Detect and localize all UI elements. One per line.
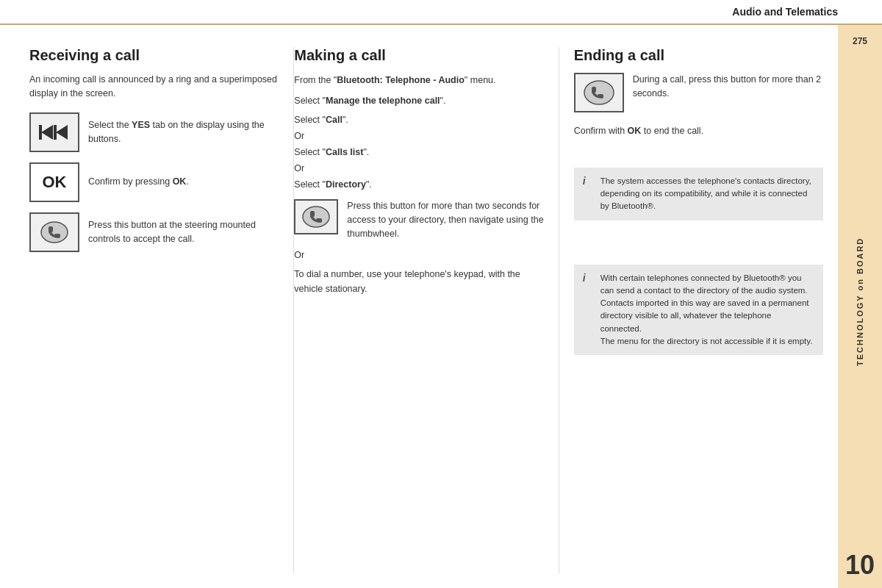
svg-rect-3 bbox=[54, 125, 57, 140]
receiving-step2-text: Confirm by pressing OK. bbox=[88, 175, 189, 189]
chapter-number: 10 bbox=[845, 550, 875, 581]
bluetooth-audio-bold: Bluetooth: Telephone - Audio bbox=[337, 75, 465, 85]
svg-point-4 bbox=[41, 222, 68, 243]
ok-end-bold: OK bbox=[628, 126, 642, 136]
making-line5: Select "Directory". bbox=[294, 177, 543, 192]
making-column: Making a call From the "Bluetooth: Telep… bbox=[294, 47, 559, 573]
ending-column: Ending a call During a call, press this … bbox=[559, 47, 823, 573]
receiving-step3-row: Press this button at the steering mounte… bbox=[29, 212, 279, 252]
making-title: Making a call bbox=[294, 47, 543, 64]
info-boxes-area: i The system accesses the telephone's co… bbox=[574, 168, 823, 355]
svg-point-6 bbox=[584, 81, 614, 104]
making-or3: Or bbox=[294, 248, 543, 262]
ending-step1-row: During a call, press this button for mor… bbox=[574, 73, 823, 112]
info-icon-1: i bbox=[583, 175, 593, 187]
svg-point-5 bbox=[303, 207, 329, 227]
ok-button-icon: OK bbox=[29, 162, 79, 202]
manage-call-bold: Manage the telephone call bbox=[326, 96, 440, 106]
svg-marker-1 bbox=[56, 125, 68, 140]
making-line1: From the "Bluetooth: Telephone - Audio" … bbox=[294, 73, 543, 87]
phone-accept-icon bbox=[29, 212, 79, 252]
info-text-2: With certain telephones connected by Blu… bbox=[600, 272, 814, 348]
receiving-intro: An incoming call is announced by a ring … bbox=[29, 73, 279, 101]
info-icon-2: i bbox=[583, 272, 593, 284]
receiving-step3-text: Press this button at the steering mounte… bbox=[88, 218, 279, 246]
ending-phone-icon bbox=[574, 73, 624, 112]
making-final: To dial a number, use your telephone's k… bbox=[294, 267, 543, 296]
svg-rect-2 bbox=[39, 125, 42, 140]
receiving-title: Receiving a call bbox=[29, 47, 279, 64]
rewind-button-icon bbox=[29, 112, 79, 152]
columns: Receiving a call An incoming call is ann… bbox=[29, 47, 823, 573]
right-sidebar: 275 TECHNOLOGY on BOARD 10 bbox=[838, 25, 882, 588]
receiving-step1-text: Select the YES tab on the display using … bbox=[88, 118, 279, 146]
ending-title: Ending a call bbox=[574, 47, 823, 64]
receiving-column: Receiving a call An incoming call is ann… bbox=[29, 47, 294, 573]
header-title: Audio and Telematics bbox=[732, 6, 838, 18]
info-box-2: i With certain telephones connected by B… bbox=[574, 265, 823, 356]
ending-confirm: Confirm with OK to end the call. bbox=[574, 124, 823, 138]
making-icon-text: Press this button for more than two seco… bbox=[347, 199, 543, 240]
making-line3: Select "Call". bbox=[294, 112, 543, 127]
making-phone-icon bbox=[294, 199, 338, 234]
directory-bold: Directory bbox=[326, 179, 366, 190]
sidebar-text: TECHNOLOGY on BOARD bbox=[856, 61, 864, 542]
receiving-step2-row: OK Confirm by pressing OK. bbox=[29, 162, 279, 202]
receiving-step1-row: Select the YES tab on the display using … bbox=[29, 112, 279, 152]
calls-list-bold: Calls list bbox=[326, 147, 363, 157]
svg-marker-0 bbox=[41, 125, 53, 140]
main-wrapper: Receiving a call An incoming call is ann… bbox=[0, 25, 882, 588]
page-header: Audio and Telematics bbox=[0, 0, 882, 25]
making-icon-row: Press this button for more than two seco… bbox=[294, 199, 543, 240]
info-text-1: The system accesses the telephone's cont… bbox=[600, 175, 814, 213]
call-bold: Call bbox=[326, 115, 343, 125]
page-number: 275 bbox=[853, 36, 867, 46]
making-or2: Or bbox=[294, 161, 543, 176]
making-or1: Or bbox=[294, 129, 543, 143]
ok-bold: OK bbox=[173, 176, 187, 187]
content-area: Receiving a call An incoming call is ann… bbox=[0, 25, 838, 588]
yes-bold: YES bbox=[132, 120, 150, 130]
making-line4: Select "Calls list". bbox=[294, 145, 543, 159]
ending-step1-text: During a call, press this button for mor… bbox=[633, 73, 823, 101]
making-line2: Select "Manage the telephone call". bbox=[294, 93, 543, 108]
info-box-1: i The system accesses the telephone's co… bbox=[574, 168, 823, 220]
